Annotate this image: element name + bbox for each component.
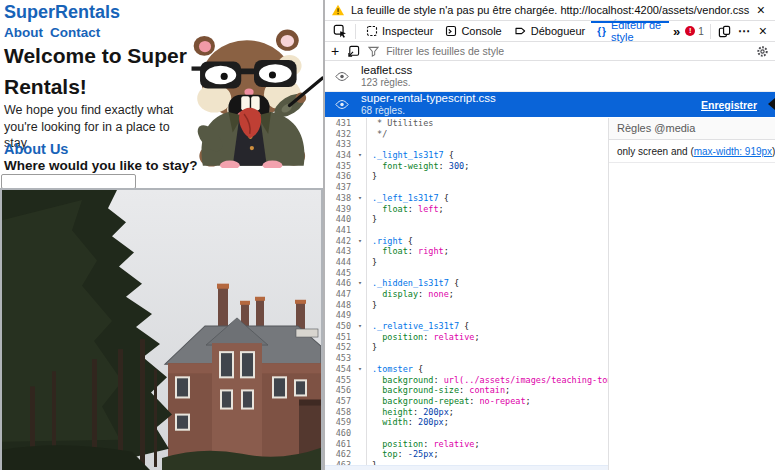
meatball-menu-icon[interactable]: ⋯ bbox=[734, 24, 755, 38]
code-line[interactable]: 435 font-weight: 300; bbox=[325, 161, 608, 172]
fold-arrow-icon[interactable]: ▾ bbox=[354, 364, 367, 375]
tab-editeur-de-style[interactable]: {} Éditeur de style bbox=[591, 21, 669, 42]
line-number: 443 bbox=[325, 246, 354, 257]
new-stylesheet-icon[interactable]: + bbox=[331, 44, 339, 58]
tab-debogueur[interactable]: Débogueur bbox=[508, 21, 591, 42]
code-line[interactable]: 461 position: relative; bbox=[325, 439, 608, 450]
stay-search-input[interactable] bbox=[1, 174, 136, 189]
responsive-mode-icon[interactable] bbox=[715, 25, 734, 38]
warning-message: La feuille de style n'a pas pu être char… bbox=[351, 4, 753, 16]
eye-icon[interactable] bbox=[335, 72, 349, 81]
code-line[interactable]: 447 display: none; bbox=[325, 289, 608, 300]
fold-gutter bbox=[354, 225, 367, 236]
import-stylesheet-icon[interactable] bbox=[347, 45, 360, 58]
code-line[interactable]: 457 background-repeat: no-repeat; bbox=[325, 396, 608, 407]
fold-arrow-icon[interactable]: ▾ bbox=[354, 321, 367, 332]
code-text bbox=[367, 139, 372, 150]
code-line[interactable]: 439 float: left; bbox=[325, 204, 608, 215]
line-number: 459 bbox=[325, 417, 354, 428]
code-line[interactable]: 462 top: -25px; bbox=[325, 449, 608, 460]
line-number: 451 bbox=[325, 332, 354, 343]
code-line[interactable]: 436} bbox=[325, 171, 608, 182]
fold-gutter bbox=[354, 417, 367, 428]
teaching-tomster-mascot bbox=[183, 26, 323, 168]
style-editor-toolbar: + bbox=[325, 42, 775, 61]
fold-gutter bbox=[354, 139, 367, 150]
about-us-link[interactable]: About Us bbox=[4, 141, 68, 157]
code-line[interactable]: 438▾._left_1s31t7 { bbox=[325, 193, 608, 204]
fold-gutter bbox=[354, 385, 367, 396]
nav-link-about[interactable]: About bbox=[4, 25, 43, 40]
stylesheet-item-super-rental-typescript[interactable]: super-rental-typescript.css 68 règles. E… bbox=[325, 92, 775, 117]
code-line[interactable]: 458 height: 200px; bbox=[325, 407, 608, 418]
code-line[interactable]: 445 bbox=[325, 268, 608, 279]
code-text: ._relative_1s31t7 { bbox=[367, 321, 469, 332]
site-title: SuperRentals bbox=[4, 2, 120, 23]
line-number: 441 bbox=[325, 225, 354, 236]
code-line[interactable]: 432 */ bbox=[325, 129, 608, 140]
panel-splitter-arrow[interactable] bbox=[768, 98, 775, 110]
code-text bbox=[367, 268, 372, 279]
code-text: position: relative; bbox=[367, 332, 480, 343]
settings-gear-icon[interactable] bbox=[756, 45, 769, 58]
code-line[interactable]: 454▾.tomster { bbox=[325, 364, 608, 375]
tab-label: Inspecteur bbox=[382, 25, 433, 37]
code-lines[interactable]: 431 * Utilities432 */433434▾._light_1s31… bbox=[325, 118, 608, 470]
code-text: display: none; bbox=[367, 289, 454, 300]
fold-arrow-icon[interactable]: ▾ bbox=[354, 278, 367, 289]
code-line[interactable]: 456 background-size: contain; bbox=[325, 385, 608, 396]
code-line[interactable]: 448} bbox=[325, 300, 608, 311]
code-line[interactable]: 440} bbox=[325, 214, 608, 225]
stylesheet-warning-bar: La feuille de style n'a pas pu être char… bbox=[325, 0, 775, 21]
line-number: 461 bbox=[325, 439, 354, 450]
code-line[interactable]: 442▾.right { bbox=[325, 236, 608, 247]
fold-arrow-icon[interactable]: ▾ bbox=[354, 236, 367, 247]
filter-stylesheets-input[interactable] bbox=[384, 44, 748, 58]
code-line[interactable]: 433 bbox=[325, 139, 608, 150]
code-line[interactable]: 453 bbox=[325, 353, 608, 364]
pick-element-icon[interactable] bbox=[329, 24, 351, 38]
code-line[interactable]: 450▾._relative_1s31t7 { bbox=[325, 321, 608, 332]
code-line[interactable]: 455 background: url(../assets/images/tea… bbox=[325, 375, 608, 386]
code-line[interactable]: 434▾._light_1s31t7 { bbox=[325, 150, 608, 161]
line-number: 444 bbox=[325, 257, 354, 268]
code-text: ._hidden_1s31t7 { bbox=[367, 278, 459, 289]
line-number: 445 bbox=[325, 268, 354, 279]
error-count-badge[interactable]: ! 1 bbox=[685, 26, 704, 37]
code-text: } bbox=[367, 342, 377, 353]
fold-gutter bbox=[354, 182, 367, 193]
code-text: float: right; bbox=[367, 246, 449, 257]
fold-arrow-icon[interactable]: ▾ bbox=[354, 150, 367, 161]
code-line[interactable]: 451 position: relative; bbox=[325, 332, 608, 343]
warning-close-icon[interactable]: × bbox=[753, 3, 769, 17]
code-line[interactable]: 443 float: right; bbox=[325, 246, 608, 257]
eye-icon[interactable] bbox=[335, 100, 349, 109]
stylesheet-item-leaflet[interactable]: leaflet.css 123 règles. bbox=[325, 61, 775, 92]
style-editor-body: 431 * Utilities432 */433434▾._light_1s31… bbox=[325, 118, 775, 470]
horizontal-scrollbar[interactable] bbox=[325, 465, 608, 470]
tab-console[interactable]: Console bbox=[439, 21, 507, 42]
fold-gutter bbox=[354, 171, 367, 182]
code-line[interactable]: 431 * Utilities bbox=[325, 118, 608, 129]
fold-arrow-icon[interactable]: ▾ bbox=[354, 193, 367, 204]
more-tabs-icon[interactable]: » bbox=[669, 24, 685, 39]
fold-gutter bbox=[354, 214, 367, 225]
code-line[interactable]: 437 bbox=[325, 182, 608, 193]
code-line[interactable]: 446▾._hidden_1s31t7 { bbox=[325, 278, 608, 289]
code-line[interactable]: 444} bbox=[325, 257, 608, 268]
code-line[interactable]: 441 bbox=[325, 225, 608, 236]
code-line[interactable]: 460 bbox=[325, 428, 608, 439]
nav-link-contact[interactable]: Contact bbox=[50, 25, 100, 40]
code-text bbox=[367, 182, 372, 193]
line-number: 450 bbox=[325, 321, 354, 332]
devtools-close-icon[interactable]: × bbox=[755, 24, 771, 38]
code-line[interactable]: 449 bbox=[325, 310, 608, 321]
code-text: } bbox=[367, 300, 377, 311]
media-condition-link[interactable]: max-width: 919px bbox=[694, 146, 772, 157]
code-line[interactable]: 459 width: 200px; bbox=[325, 417, 608, 428]
fold-gutter bbox=[354, 161, 367, 172]
save-stylesheet-link[interactable]: Enregistrer bbox=[701, 99, 757, 111]
tab-inspecteur[interactable]: Inspecteur bbox=[360, 21, 439, 42]
code-line[interactable]: 452} bbox=[325, 342, 608, 353]
error-count: 1 bbox=[698, 26, 704, 37]
